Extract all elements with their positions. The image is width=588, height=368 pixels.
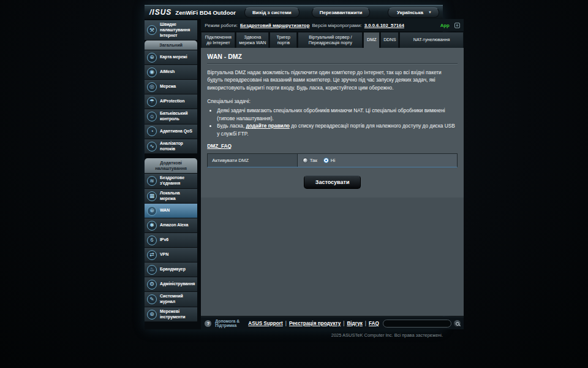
add-rule-link[interactable]: додайте правило: [246, 123, 290, 129]
ipv6-icon: 6: [147, 236, 157, 245]
sidebar-section-general: Загальний: [145, 40, 197, 50]
sidebar-item-label: Батьківський контроль: [160, 111, 195, 122]
sidebar: ⚒ Швидке налаштування Інтернет Загальний…: [145, 20, 197, 329]
sidebar-item-label: AiMesh: [160, 69, 175, 75]
dmz-yes-option[interactable]: Так: [303, 158, 317, 163]
radio-yes-icon[interactable]: [303, 158, 308, 163]
sidebar-item-traffic-analyzer[interactable]: ∿ Аналізатор потоків: [145, 139, 197, 155]
search-icon[interactable]: [453, 320, 461, 328]
radio-no-label: Ні: [331, 158, 335, 163]
top-bar: /ISUS ZenWiFi BD4 Outdoor Вихід з систем…: [145, 5, 443, 19]
model-name: ZenWiFi BD4 Outdoor: [175, 9, 236, 16]
operation-mode-label: Режим роботи:: [205, 23, 238, 28]
sidebar-item-quick-internet-setup[interactable]: ⚒ Швидке налаштування Інтернет: [145, 20, 197, 40]
sidebar-item-label: WAN: [160, 208, 170, 213]
sidebar-item-label: Системний журнал: [160, 294, 195, 305]
sidebar-item-adaptive-qos[interactable]: ◔ Адаптивна QoS: [145, 125, 197, 139]
network-map-icon: ⊕: [147, 53, 157, 63]
sidebar-item-label: Брандмауер: [160, 267, 186, 272]
tab-ddns[interactable]: DDNS: [380, 32, 399, 48]
network-globe-icon: ◎: [147, 82, 157, 92]
shield-icon: ☂: [147, 97, 157, 107]
app-link[interactable]: App: [440, 23, 450, 28]
sidebar-item-firewall[interactable]: ♨ Брандмауер: [145, 263, 197, 277]
sidebar-item-wireless[interactable]: ≋ Бездротове з'єднання: [145, 174, 197, 189]
sidebar-item-network-tools[interactable]: ⊛ Мережеві інструменти: [145, 307, 197, 323]
firmware-version-link[interactable]: 3.0.0.6.102_57164: [364, 23, 404, 28]
list-item: Деякі задачі вимагають спеціальних оброб…: [217, 107, 458, 122]
sidebar-item-parental-control[interactable]: ☺ Батьківський контроль: [145, 109, 197, 125]
vpn-icon: ⇄: [147, 250, 157, 260]
separator: |: [343, 321, 344, 326]
help-support-label: Допомога & Підтримка: [215, 319, 242, 328]
firmware-label: Версія мікропрограми:: [312, 23, 361, 28]
tab-dual-wan[interactable]: Здвоєна мережа WAN: [236, 32, 269, 48]
dmz-description: Віртуальна DMZ надає можливість підключи…: [207, 69, 458, 91]
sidebar-item-network-map[interactable]: ⊕ Карта мережі: [145, 50, 197, 65]
sidebar-item-ipv6[interactable]: 6 IPv6: [145, 233, 197, 248]
special-tasks-list: Деякі задачі вимагають спеціальних оброб…: [217, 107, 458, 137]
enable-dmz-options: Так Ні: [298, 154, 457, 167]
page-title: WAN - DMZ: [207, 53, 458, 64]
radio-no-icon[interactable]: [323, 158, 329, 163]
sidebar-section-advanced: Додаткові налаштування: [145, 158, 197, 174]
tab-port-trigger[interactable]: Тригер портів: [270, 32, 297, 48]
sidebar-item-label: Адміністрування: [160, 282, 195, 287]
wan-globe-icon: ⊕: [147, 206, 157, 216]
sidebar-item-vpn[interactable]: ⇄ VPN: [145, 248, 197, 263]
sidebar-item-administration[interactable]: ⚙ Адміністрування: [145, 277, 197, 292]
asus-support-link[interactable]: ASUS Support: [248, 321, 282, 326]
status-bar: Режим роботи: Бездротовий маршрутизатор …: [201, 19, 464, 31]
separator: |: [285, 321, 287, 326]
list-item: Будь ласка, додайте правило до списку пе…: [217, 122, 458, 137]
tab-virtual-server[interactable]: Віртуальний сервер / Переадресація порту: [298, 32, 363, 48]
sidebar-item-label: VPN: [160, 252, 168, 258]
sidebar-item-aimesh[interactable]: ◉ AiMesh: [145, 65, 197, 80]
main-area: Режим роботи: Бездротовий маршрутизатор …: [201, 19, 464, 329]
operation-mode-link[interactable]: Бездротовий маршрутизатор: [240, 23, 309, 28]
help-icon[interactable]: ?: [205, 320, 211, 327]
sidebar-item-lan[interactable]: ▦ Локальна мережа: [145, 189, 197, 204]
apply-button[interactable]: Застосувати: [304, 175, 361, 189]
dmz-settings-table: Активувати DMZ Так Ні: [207, 153, 458, 167]
speedometer-icon: ◔: [147, 126, 157, 136]
special-tasks-heading: Спеціальні задачі:: [207, 98, 458, 104]
reboot-button[interactable]: Перезавантажити: [312, 7, 371, 18]
faq-link[interactable]: FAQ: [369, 321, 379, 326]
qr-app-icon[interactable]: [454, 23, 460, 28]
sidebar-item-label: Локальна мережа: [160, 191, 195, 202]
sidebar-item-network[interactable]: ◎ Мережа: [145, 80, 197, 94]
sidebar-item-aiprotection[interactable]: ☂ AiProtection: [145, 94, 197, 109]
wan-tabs: Підключення до Інтернет Здвоєна мережа W…: [201, 32, 464, 48]
tab-dmz[interactable]: DMZ: [363, 32, 380, 48]
language-selector[interactable]: Українська ▼: [388, 7, 439, 18]
lan-icon: ▦: [147, 191, 157, 201]
sidebar-item-label: Amazon Alexa: [160, 223, 188, 228]
wireless-icon: ≋: [147, 176, 157, 186]
sidebar-item-label: Бездротове з'єднання: [160, 175, 195, 186]
dmz-faq-link[interactable]: DMZ_FAQ: [207, 143, 232, 149]
sidebar-item-system-log[interactable]: ✎ Системний журнал: [145, 292, 197, 307]
firewall-flame-icon: ♨: [147, 265, 157, 275]
search-input[interactable]: [383, 320, 451, 328]
product-registration-link[interactable]: Реєстрація продукту: [289, 321, 341, 326]
footer-bar: ? Допомога & Підтримка ASUS Support | Ре…: [201, 316, 464, 329]
sidebar-item-wan[interactable]: ⊕ WAN: [145, 204, 197, 218]
sidebar-item-label: Карта мережі: [160, 55, 187, 60]
footer-search: [383, 320, 461, 328]
tab-nat-passthrough[interactable]: NAT-тунелювання: [399, 32, 464, 48]
tab-internet-connection[interactable]: Підключення до Інтернет: [201, 32, 235, 48]
list-item-text: Будь ласка,: [217, 123, 246, 129]
feedback-link[interactable]: Відгук: [347, 321, 362, 326]
logout-button[interactable]: Вихід з системи: [244, 7, 300, 18]
wrench-gear-icon: ⚒: [147, 25, 157, 35]
sidebar-item-label: IPv6: [160, 237, 168, 243]
sidebar-item-label: Швидке налаштування Інтернет: [160, 22, 195, 38]
aimesh-icon: ◉: [147, 67, 157, 77]
sidebar-item-label: Мережеві інструменти: [160, 309, 195, 320]
dmz-no-option[interactable]: Ні: [323, 158, 335, 163]
separator: |: [365, 321, 366, 326]
dmz-settings-panel: WAN - DMZ Віртуальна DMZ надає можливіст…: [201, 48, 464, 197]
asus-logo: /ISUS: [149, 8, 172, 17]
sidebar-item-amazon-alexa[interactable]: ✱ Amazon Alexa: [145, 218, 197, 233]
